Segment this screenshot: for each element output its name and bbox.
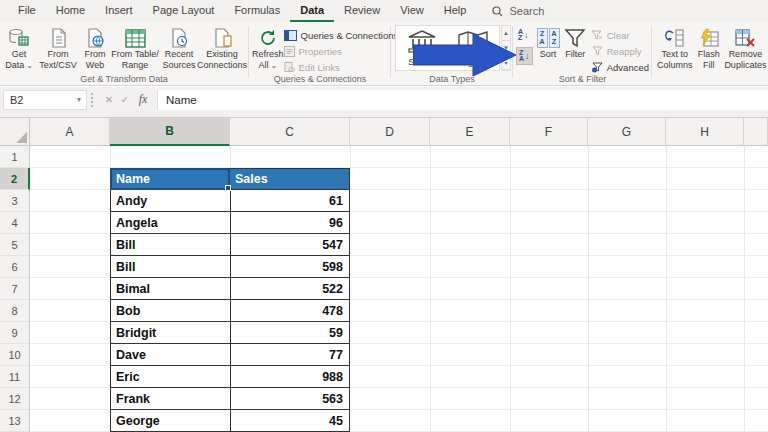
sort-button[interactable]: ZAAZ Sort: [537, 25, 560, 60]
cell-A5[interactable]: [30, 234, 110, 256]
row-header-12[interactable]: 12: [0, 388, 30, 410]
select-all-corner[interactable]: [0, 118, 30, 146]
row-header-1[interactable]: 1: [0, 146, 30, 168]
cell-C9[interactable]: 59: [230, 322, 350, 344]
cell-A3[interactable]: [30, 190, 110, 212]
tab-home[interactable]: Home: [46, 0, 95, 22]
empty-cells[interactable]: [350, 322, 768, 344]
cell-C7[interactable]: 522: [230, 278, 350, 300]
cell-B11[interactable]: Eric: [110, 366, 230, 388]
tab-file[interactable]: File: [8, 0, 46, 22]
cell-C13[interactable]: 45: [230, 410, 350, 432]
column-header-G[interactable]: G: [588, 118, 666, 146]
row-header-13[interactable]: 13: [0, 410, 30, 432]
column-header-D[interactable]: D: [350, 118, 430, 146]
empty-cells[interactable]: [350, 278, 768, 300]
cell-C12[interactable]: 563: [230, 388, 350, 410]
column-header-E[interactable]: E: [430, 118, 510, 146]
row-header-3[interactable]: 3: [0, 190, 30, 212]
empty-cells[interactable]: [350, 212, 768, 234]
cell-A7[interactable]: [30, 278, 110, 300]
cell-A4[interactable]: [30, 212, 110, 234]
cell-B10[interactable]: Dave: [110, 344, 230, 366]
remove-duplicates-button[interactable]: RemoveDuplicates: [723, 25, 768, 71]
empty-cells[interactable]: [350, 410, 768, 432]
tab-insert[interactable]: Insert: [95, 0, 143, 22]
cell-A2[interactable]: [30, 168, 110, 190]
cell-B9[interactable]: Bridgit: [110, 322, 230, 344]
tab-data[interactable]: Data: [290, 0, 334, 22]
from-table-range-button[interactable]: From Table/Range: [110, 25, 160, 71]
tab-page-layout[interactable]: Page Layout: [143, 0, 225, 22]
cell-A13[interactable]: [30, 410, 110, 432]
tab-review[interactable]: Review: [334, 0, 390, 22]
cell-B7[interactable]: Bimal: [110, 278, 230, 300]
row-header-5[interactable]: 5: [0, 234, 30, 256]
row-header-11[interactable]: 11: [0, 366, 30, 388]
row-header-8[interactable]: 8: [0, 300, 30, 322]
row-header-6[interactable]: 6: [0, 256, 30, 278]
existing-connections-button[interactable]: ExistingConnections: [198, 25, 246, 71]
name-box-caret-icon[interactable]: ▾: [77, 95, 86, 104]
empty-cells[interactable]: [350, 344, 768, 366]
insert-function-button[interactable]: fx: [133, 92, 153, 107]
get-data-button[interactable]: GetData: [2, 25, 36, 71]
cell-A11[interactable]: [30, 366, 110, 388]
cell-C2[interactable]: Sales: [230, 168, 350, 190]
recent-sources-button[interactable]: RecentSources: [160, 25, 198, 71]
filter-button[interactable]: Filter: [564, 25, 587, 60]
cell-C6[interactable]: 598: [230, 256, 350, 278]
column-header-F[interactable]: F: [510, 118, 588, 146]
name-box[interactable]: B2 ▾: [3, 90, 87, 110]
cell-C3[interactable]: 61: [230, 190, 350, 212]
cell-B6[interactable]: Bill: [110, 256, 230, 278]
empty-cells[interactable]: [350, 300, 768, 322]
column-header-A[interactable]: A: [30, 118, 110, 146]
empty-cells[interactable]: [350, 388, 768, 410]
column-header-B[interactable]: B: [110, 118, 230, 146]
cell-A10[interactable]: [30, 344, 110, 366]
empty-cells[interactable]: [350, 366, 768, 388]
cell-A9[interactable]: [30, 322, 110, 344]
empty-cells[interactable]: [350, 190, 768, 212]
cell-A6[interactable]: [30, 256, 110, 278]
from-text-csv-button[interactable]: FromText/CSV: [36, 25, 80, 71]
refresh-all-button[interactable]: RefreshAll: [252, 25, 284, 71]
empty-cells[interactable]: [350, 168, 768, 190]
flash-fill-button[interactable]: FlashFill: [695, 25, 723, 71]
cell-A8[interactable]: [30, 300, 110, 322]
column-header-C[interactable]: C: [230, 118, 350, 146]
empty-cells[interactable]: [30, 146, 768, 168]
tab-formulas[interactable]: Formulas: [224, 0, 290, 22]
cell-B8[interactable]: Bob: [110, 300, 230, 322]
text-to-columns-button[interactable]: Text toColumns: [655, 25, 695, 71]
cell-B5[interactable]: Bill: [110, 234, 230, 256]
cell-B12[interactable]: Frank: [110, 388, 230, 410]
queries-connections-button[interactable]: Queries & Connections: [284, 28, 399, 43]
cell-C8[interactable]: 478: [230, 300, 350, 322]
tab-view[interactable]: View: [390, 0, 434, 22]
cell-B4[interactable]: Angela: [110, 212, 230, 234]
row-header-4[interactable]: 4: [0, 212, 30, 234]
row-header-9[interactable]: 9: [0, 322, 30, 344]
tab-help[interactable]: Help: [434, 0, 477, 22]
column-header-H[interactable]: H: [666, 118, 744, 146]
row-header-7[interactable]: 7: [0, 278, 30, 300]
empty-cells[interactable]: [350, 256, 768, 278]
row-header-10[interactable]: 10: [0, 344, 30, 366]
cell-C4[interactable]: 96: [230, 212, 350, 234]
cell-B2-selected[interactable]: Name: [110, 168, 230, 190]
advanced-filter-button[interactable]: Advanced: [591, 60, 649, 75]
column-header-partial[interactable]: [744, 118, 768, 146]
cell-B13[interactable]: George: [110, 410, 230, 432]
row-header-2[interactable]: 2: [0, 168, 30, 190]
from-web-button[interactable]: FromWeb: [80, 25, 110, 71]
cell-C11[interactable]: 988: [230, 366, 350, 388]
cell-C10[interactable]: 77: [230, 344, 350, 366]
empty-cells[interactable]: [350, 234, 768, 256]
cell-A12[interactable]: [30, 388, 110, 410]
cell-B3[interactable]: Andy: [110, 190, 230, 212]
formula-input[interactable]: Name: [157, 90, 768, 110]
search-box[interactable]: Search: [492, 0, 544, 22]
cell-C5[interactable]: 547: [230, 234, 350, 256]
